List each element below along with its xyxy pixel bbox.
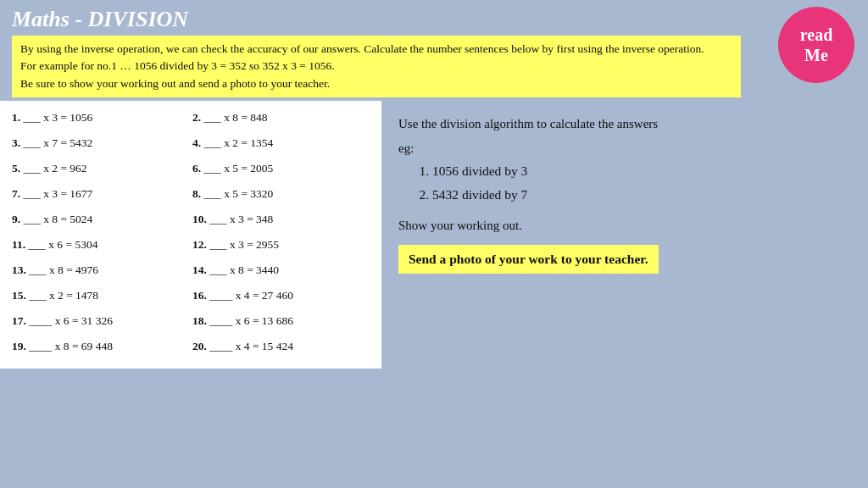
algo-intro-text: Use the division algorithm to calculate … xyxy=(398,117,658,130)
question-text: ___ x 3 = 2955 xyxy=(209,238,279,251)
question-text: ____ x 8 = 69 448 xyxy=(29,340,113,352)
read-me-badge: read Me xyxy=(778,7,854,83)
question-number: 15. xyxy=(12,289,26,302)
question-number: 17. xyxy=(12,314,26,327)
list-item: 14. ___ x 8 = 3440 xyxy=(191,260,371,280)
question-text: ___ x 7 = 5432 xyxy=(24,136,93,149)
list-item: 13. ___ x 8 = 4976 xyxy=(10,260,191,280)
read-me-line1: read xyxy=(800,25,833,45)
list-item: 1. ___ x 3 = 1056 xyxy=(10,108,191,128)
question-text: ___ x 8 = 3440 xyxy=(209,263,279,276)
photo-highlight: Send a photo of your work to your teache… xyxy=(398,245,659,274)
list-item: 20. ____ x 4 = 15 424 xyxy=(191,336,371,357)
question-row: 1. ___ x 3 = 10562. ___ x 8 = 848 xyxy=(10,108,371,128)
question-number: 13. xyxy=(12,263,26,276)
question-row: 19. ____ x 8 = 69 44820. ____ x 4 = 15 4… xyxy=(10,336,371,357)
list-item: 5. ___ x 2 = 962 xyxy=(10,158,191,179)
question-number: 10. xyxy=(192,213,207,225)
list-item: 7. ___ x 3 = 1677 xyxy=(10,184,191,204)
question-number: 1. xyxy=(12,111,20,124)
question-number: 2. xyxy=(192,111,201,124)
question-text: ___ x 2 = 1354 xyxy=(204,136,274,149)
question-number: 19. xyxy=(12,340,26,352)
question-row: 3. ___ x 7 = 54324. ___ x 2 = 1354 xyxy=(10,133,371,153)
instruction-line-2: For example for no.1 … 1056 divided by 3… xyxy=(20,59,335,72)
question-text: ___ x 5 = 2005 xyxy=(204,162,274,175)
instruction-line-1: By using the inverse operation, we can c… xyxy=(20,42,704,55)
question-number: 12. xyxy=(192,238,207,251)
question-number: 3. xyxy=(12,136,20,149)
question-text: ___ x 8 = 5024 xyxy=(24,213,93,225)
question-number: 16. xyxy=(192,289,207,302)
question-number: 18. xyxy=(192,314,207,327)
question-number: 11. xyxy=(12,238,25,251)
list-item: 8. ___ x 5 = 3320 xyxy=(191,184,371,204)
list-item: 9. ___ x 8 = 5024 xyxy=(10,209,191,230)
example-item: 5432 divided by 7 xyxy=(432,183,851,207)
eg-label: eg: xyxy=(398,141,851,156)
question-text: ___ x 2 = 962 xyxy=(24,162,87,175)
list-item: 18. ____ x 6 = 13 686 xyxy=(191,311,371,331)
question-row: 11. ___ x 6 = 530412. ___ x 3 = 2955 xyxy=(10,235,371,255)
page-title: Maths - DIVISION xyxy=(12,7,856,32)
question-number: 5. xyxy=(12,162,20,175)
question-number: 6. xyxy=(192,162,201,175)
question-number: 9. xyxy=(12,213,20,225)
question-text: ____ x 6 = 13 686 xyxy=(209,314,293,327)
question-row: 15. ___ x 2 = 147816. ____ x 4 = 27 460 xyxy=(10,286,371,306)
question-row: 17. ____ x 6 = 31 32618. ____ x 6 = 13 6… xyxy=(10,311,371,331)
question-number: 14. xyxy=(192,263,207,276)
show-working-text: Show your working out. xyxy=(398,219,851,233)
question-text: ___ x 3 = 1056 xyxy=(24,111,93,124)
instruction-line-3: Be sure to show your working out and sen… xyxy=(20,77,330,90)
question-text: ___ x 8 = 4976 xyxy=(29,263,98,276)
list-item: 2. ___ x 8 = 848 xyxy=(191,108,371,128)
examples-list: 1056 divided by 35432 divided by 7 xyxy=(432,159,851,207)
list-item: 15. ___ x 2 = 1478 xyxy=(10,286,191,306)
list-item: 4. ___ x 2 = 1354 xyxy=(191,133,371,153)
list-item: 17. ____ x 6 = 31 326 xyxy=(10,311,191,331)
question-number: 4. xyxy=(192,136,201,149)
question-number: 20. xyxy=(192,340,207,352)
questions-panel: 1. ___ x 3 = 10562. ___ x 8 = 8483. ___ … xyxy=(0,101,381,369)
question-number: 8. xyxy=(192,187,201,200)
question-text: ___ x 3 = 1677 xyxy=(24,187,93,200)
list-item: 19. ____ x 8 = 69 448 xyxy=(10,336,191,357)
question-row: 5. ___ x 2 = 9626. ___ x 5 = 2005 xyxy=(10,158,371,179)
list-item: 12. ___ x 3 = 2955 xyxy=(191,235,371,255)
question-row: 7. ___ x 3 = 16778. ___ x 5 = 3320 xyxy=(10,184,371,204)
algorithm-intro: Use the division algorithm to calculate … xyxy=(398,114,851,134)
question-text: ___ x 8 = 848 xyxy=(204,111,268,124)
instructions-box: By using the inverse operation, we can c… xyxy=(12,36,741,97)
list-item: 11. ___ x 6 = 5304 xyxy=(10,235,191,255)
list-item: 16. ____ x 4 = 27 460 xyxy=(191,286,371,306)
read-me-line2: Me xyxy=(804,45,828,65)
question-row: 9. ___ x 8 = 502410. ___ x 3 = 348 xyxy=(10,209,371,230)
question-text: ____ x 4 = 15 424 xyxy=(209,340,293,352)
question-text: ___ x 6 = 5304 xyxy=(29,238,98,251)
question-text: ___ x 3 = 348 xyxy=(209,213,273,225)
example-item: 1056 divided by 3 xyxy=(432,159,851,183)
question-text: ___ x 2 = 1478 xyxy=(29,289,98,302)
list-item: 3. ___ x 7 = 5432 xyxy=(10,133,191,153)
question-text: ___ x 5 = 3320 xyxy=(204,187,274,200)
question-text: ____ x 6 = 31 326 xyxy=(29,314,113,327)
list-item: 10. ___ x 3 = 348 xyxy=(191,209,371,230)
question-text: ____ x 4 = 27 460 xyxy=(209,289,293,302)
list-item: 6. ___ x 5 = 2005 xyxy=(191,158,371,179)
page-header: Maths - DIVISION By using the inverse op… xyxy=(0,0,868,101)
main-content: 1. ___ x 3 = 10562. ___ x 8 = 8483. ___ … xyxy=(0,101,868,369)
question-number: 7. xyxy=(12,187,20,200)
right-panel: Use the division algorithm to calculate … xyxy=(381,101,868,369)
question-row: 13. ___ x 8 = 497614. ___ x 8 = 3440 xyxy=(10,260,371,280)
